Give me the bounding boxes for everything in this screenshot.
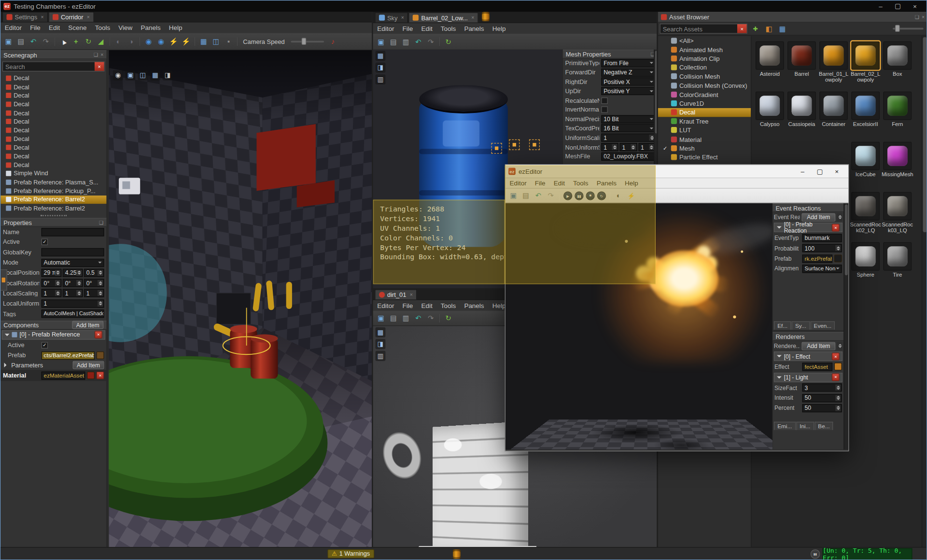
- scale-spinner[interactable]: 1: [620, 143, 637, 151]
- thumbnail-icon[interactable]: ◨: [376, 339, 386, 349]
- scenegraph-item[interactable]: Simple Wind: [0, 169, 106, 178]
- asset-search-input[interactable]: Search Assets: [660, 25, 737, 32]
- remove-material-button[interactable]: ×: [97, 372, 104, 379]
- probability-spinner[interactable]: 100: [802, 244, 842, 252]
- screenshot-icon[interactable]: ◨: [163, 70, 173, 81]
- menu-item[interactable]: Scene: [64, 24, 91, 31]
- asset-type-item[interactable]: Collision Mesh: [658, 72, 751, 81]
- export-icon[interactable]: ▦: [376, 51, 386, 61]
- copy-icon[interactable]: ▤: [388, 36, 399, 47]
- new-asset-icon[interactable]: ✚: [750, 23, 761, 34]
- save-icon[interactable]: ▣: [3, 36, 14, 47]
- active-checkbox[interactable]: ✓: [42, 239, 48, 245]
- duplicate-icon[interactable]: ▥: [400, 36, 411, 47]
- rotation-spinner[interactable]: 0°: [63, 279, 83, 287]
- recalcnormals-checkbox[interactable]: [601, 97, 607, 103]
- add-parameter-button[interactable]: Add Item: [72, 361, 104, 369]
- mode-dropdown[interactable]: Automatic: [42, 258, 104, 266]
- scenegraph-item[interactable]: Decal: [0, 109, 106, 117]
- translate-tool-icon[interactable]: +: [70, 36, 82, 47]
- document-tab[interactable]: Sky ×: [375, 13, 408, 23]
- menu-item[interactable]: Help: [165, 24, 186, 31]
- search-input[interactable]: Search: [3, 63, 95, 70]
- prefab-browse-button[interactable]: [97, 351, 104, 359]
- asset-card[interactable]: Container: [817, 90, 849, 140]
- scenegraph-item[interactable]: Decal: [0, 152, 106, 161]
- updir-dropdown[interactable]: Positive Y: [601, 87, 656, 95]
- subtab[interactable]: Sy...: [792, 322, 810, 330]
- reaction-prefab-field[interactable]: rk.ezPrefab: [802, 254, 832, 263]
- fullscreen-icon[interactable]: ◫: [138, 70, 148, 81]
- remove-effect-button[interactable]: ×: [832, 352, 840, 360]
- dragged-barrel-icon[interactable]: [453, 549, 461, 559]
- rotation-spinner[interactable]: 0°: [84, 279, 104, 287]
- scenegraph-item[interactable]: Decal: [0, 126, 106, 135]
- asset-type-item[interactable]: Animation Clip: [658, 54, 751, 63]
- menu-item[interactable]: Editor: [373, 302, 398, 309]
- asset-type-item[interactable]: Particle Effect: [658, 153, 751, 162]
- reload-assets-icon[interactable]: ↻: [443, 36, 454, 47]
- prefab-reference-group[interactable]: [0] - Prefab Reference ×: [2, 330, 105, 340]
- eventtype-field[interactable]: burnmark: [802, 234, 842, 242]
- dragged-tab-barrel-icon[interactable]: [482, 12, 490, 21]
- event-reactions-header[interactable]: Event Reactions: [772, 203, 843, 212]
- remove-light-button[interactable]: ×: [832, 373, 840, 381]
- asset-card[interactable]: Cassiopeia: [786, 90, 817, 140]
- panel-splitter[interactable]: [0, 213, 106, 218]
- remove-component-button[interactable]: ×: [95, 331, 102, 338]
- asset-card[interactable]: ScannedRock02_LQ: [850, 190, 882, 240]
- close-button[interactable]: ×: [906, 1, 924, 12]
- asset-search-clear-icon[interactable]: ×: [737, 24, 747, 33]
- asset-card[interactable]: IceCube: [850, 140, 882, 190]
- redo-icon[interactable]: ↷: [425, 312, 436, 323]
- menu-item[interactable]: Edit: [44, 24, 64, 31]
- asset-type-item[interactable]: Animated Mesh: [658, 45, 751, 54]
- document-tab[interactable]: Corridor ×: [48, 12, 94, 22]
- subtab[interactable]: Even...: [810, 322, 835, 330]
- globalkey-field[interactable]: [42, 248, 104, 256]
- gizmo-handle[interactable]: [492, 143, 502, 154]
- scaling-spinner[interactable]: 1: [84, 289, 104, 297]
- tab-close-icon[interactable]: ×: [41, 14, 43, 20]
- camera-speed-slider[interactable]: [291, 41, 324, 42]
- asset-type-icon[interactable]: ◧: [763, 23, 774, 34]
- asset-type-item[interactable]: LUT: [658, 126, 751, 135]
- panel-float-icon[interactable]: ❏: [915, 14, 919, 20]
- select-tool-icon[interactable]: ▲: [56, 34, 71, 49]
- menu-item[interactable]: Tools: [436, 302, 460, 309]
- background-ops-pause-icon[interactable]: ▮▮: [810, 549, 820, 559]
- menu-item[interactable]: Tools: [436, 25, 460, 32]
- tab-close-icon[interactable]: ×: [410, 292, 413, 297]
- scale-spinner[interactable]: 1: [601, 143, 618, 151]
- gizmo-handle[interactable]: [529, 140, 540, 150]
- scenegraph-item[interactable]: Decal: [0, 117, 106, 126]
- collapsed-panel-tab[interactable]: [0, 269, 7, 291]
- render-globe-icon[interactable]: ◐: [113, 36, 124, 47]
- material-asset-field[interactable]: ezMaterialAsset: [42, 371, 85, 379]
- scenegraph-item[interactable]: Decal: [0, 143, 106, 152]
- material-color-button[interactable]: [87, 372, 95, 379]
- forwarddir-dropdown[interactable]: Negative Z: [601, 69, 656, 77]
- subtab[interactable]: Ini...: [796, 422, 814, 430]
- asset-card[interactable]: Tire: [882, 240, 913, 291]
- visibility-icon[interactable]: ◉: [113, 70, 123, 81]
- asset-browser-header[interactable]: Asset Browser ❏ ×: [658, 12, 927, 22]
- invertnormals-checkbox[interactable]: [601, 107, 607, 113]
- scenegraph-item[interactable]: Decal: [0, 91, 106, 100]
- asset-search[interactable]: Search Assets ×: [660, 24, 747, 34]
- asset-type-item[interactable]: Kraut Tree: [658, 117, 751, 126]
- scenegraph-item[interactable]: Decal: [0, 100, 106, 109]
- add-component-button[interactable]: Add Item: [72, 321, 103, 329]
- save-icon[interactable]: ▣: [376, 312, 387, 323]
- reorder-spinner[interactable]: [837, 213, 843, 221]
- effect-asset-field[interactable]: fectAsset: [802, 363, 832, 371]
- asset-card[interactable]: ScannedRock03_LQ: [882, 190, 913, 240]
- scenegraph-search[interactable]: Search ×: [2, 61, 105, 71]
- thumbnail-icon[interactable]: ◨: [376, 63, 386, 73]
- asset-type-item[interactable]: Collection: [658, 63, 751, 72]
- undo-icon[interactable]: ↶: [413, 36, 424, 47]
- frame-icon[interactable]: ◫: [211, 36, 222, 47]
- close-button[interactable]: ×: [829, 166, 846, 177]
- asset-type-item[interactable]: Decal: [658, 108, 751, 117]
- redo-icon[interactable]: ↷: [40, 36, 51, 47]
